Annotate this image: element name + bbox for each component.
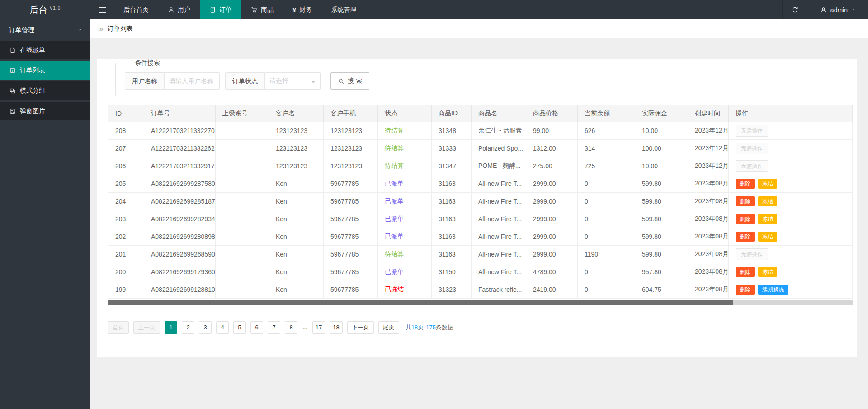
cell: All-new Fire T... [472, 228, 526, 246]
freeze-button[interactable]: 冻结 [758, 214, 777, 224]
cell: 604.75 [635, 281, 688, 299]
pagination-next-button[interactable]: 下一页 [347, 321, 374, 334]
nav-item-home[interactable]: 后台首页 [114, 0, 158, 19]
username-input[interactable] [165, 72, 220, 90]
cell: 2999.00 [526, 210, 578, 228]
cell: 204 [108, 193, 144, 210]
scrollbar-thumb[interactable] [108, 300, 733, 305]
sidebar-item-label: 弹窗图片 [20, 107, 45, 115]
delete-button[interactable]: 删除 [736, 179, 755, 189]
cell: 201 [108, 246, 144, 263]
top-bar: 后台 V1.0 后台首页用户订单商品¥财务系统管理 admin [0, 0, 868, 19]
breadcrumb-current: 订单列表 [108, 25, 133, 33]
list-icon [9, 67, 16, 74]
search-legend: 条件搜索 [130, 59, 165, 67]
unfreeze-button[interactable]: 续期解冻 [758, 285, 788, 295]
cell: Ken [269, 193, 324, 210]
column-header: 当前余额 [578, 105, 635, 122]
cell: A08221692699287580 [144, 175, 216, 193]
pagination-first-button: 首页 [108, 321, 129, 334]
table-row: 207A12221703211332262123123123123123123待… [108, 140, 853, 157]
sidebar-item-label: 订单列表 [20, 67, 45, 75]
pagination-page-button[interactable]: 8 [285, 321, 297, 334]
freeze-button[interactable]: 冻结 [758, 179, 777, 189]
cell: 199 [108, 281, 144, 299]
pagination-page-button[interactable]: 1 [165, 321, 177, 334]
table-row: 204A08221692699285187Ken59677785已派单31163… [108, 193, 853, 210]
sidebar-group-order-management[interactable]: 订单管理 [0, 19, 90, 41]
cell: A08221692699128810 [144, 281, 216, 299]
cell: 0 [578, 210, 635, 228]
pagination-page-button[interactable]: 17 [312, 321, 325, 334]
pagination-page-button[interactable]: 3 [199, 321, 212, 334]
horizontal-scrollbar[interactable] [108, 300, 853, 305]
top-right-controls: admin [782, 0, 868, 19]
nav-item-orders[interactable]: 订单 [200, 0, 241, 19]
pagination-pages: 12345678...1718 [165, 321, 343, 334]
table-row: 199A08221692699128810Ken59677785已冻结31323… [108, 281, 853, 299]
refresh-icon [791, 6, 799, 14]
cell: A08221692699285187 [144, 193, 216, 210]
file-icon [9, 47, 16, 53]
cell: 123123123 [324, 122, 378, 140]
delete-button[interactable]: 删除 [736, 285, 755, 295]
no-action-button: 无需操作 [736, 160, 768, 172]
pagination-page-button[interactable]: 7 [268, 321, 280, 334]
sidebar-item-label: 模式分组 [20, 87, 45, 95]
status-cell: 待结算 [378, 140, 432, 157]
pagination-page-button[interactable]: 5 [233, 321, 246, 334]
pagination-page-button[interactable]: 2 [182, 321, 194, 334]
nav-item-users[interactable]: 用户 [158, 0, 200, 19]
sidebar-toggle-icon[interactable] [90, 0, 114, 19]
cell: 275.00 [526, 157, 578, 175]
app-logo-text: 后台 [30, 4, 48, 16]
search-button[interactable]: 搜 索 [330, 72, 369, 90]
sidebar-item-online-dispatch[interactable]: 在线派单 [0, 41, 90, 59]
sidebar-item-order-list[interactable]: 订单列表 [0, 61, 90, 80]
cell: 2023年08月 [688, 246, 729, 263]
actions-cell: 删除冻结 [729, 193, 853, 210]
delete-button[interactable]: 删除 [736, 196, 755, 206]
pagination-page-button[interactable]: 6 [250, 321, 263, 334]
pagination-last-button[interactable]: 尾页 [378, 321, 399, 334]
column-header: 客户手机 [324, 105, 378, 122]
cell: 207 [108, 140, 144, 157]
table-row: 205A08221692699287580Ken59677785已派单31163… [108, 175, 853, 193]
cell: 123123123 [269, 157, 324, 175]
cell: 4789.00 [526, 263, 578, 281]
order-status-select[interactable]: 请选择 [265, 72, 321, 90]
refresh-button[interactable] [782, 0, 808, 19]
cell: 2023年08月 [688, 263, 729, 281]
user-menu[interactable]: admin [808, 0, 868, 19]
cell: A12221703211332917 [144, 157, 216, 175]
delete-button[interactable]: 删除 [736, 267, 755, 277]
sidebar-item-mode-group[interactable]: 模式分组 [0, 81, 90, 100]
column-header: 订单号 [144, 105, 216, 122]
sidebar-item-popup-image[interactable]: 弹窗图片 [0, 102, 90, 120]
delete-button[interactable]: 删除 [736, 232, 755, 242]
freeze-button[interactable]: 冻结 [758, 232, 777, 242]
pagination-page-button[interactable]: 4 [216, 321, 229, 334]
main-area: » 订单列表 条件搜索 用户名称 订单状态 请选择 搜 索 [90, 0, 868, 357]
cell: 59677785 [324, 175, 378, 193]
cell: Ken [269, 246, 324, 263]
cell: 2023年08月 [688, 210, 729, 228]
pagination-prev-button: 上一页 [133, 321, 160, 334]
app-version: V1.0 [50, 5, 61, 10]
username-label: 用户名称 [125, 72, 165, 90]
pagination-page-button[interactable]: 18 [330, 321, 342, 334]
delete-button[interactable]: 删除 [736, 214, 755, 224]
freeze-button[interactable]: 冻结 [758, 267, 777, 277]
status-badge: 待结算 [385, 162, 404, 169]
table-row: 201A08221692699268590Ken59677785待结算31163… [108, 246, 853, 263]
nav-item-system[interactable]: 系统管理 [321, 0, 366, 19]
cell: Ken [269, 175, 324, 193]
freeze-button[interactable]: 冻结 [758, 196, 777, 206]
pagination-ellipsis: ... [302, 321, 308, 334]
cell: 599.80 [635, 175, 688, 193]
cell: 0 [578, 263, 635, 281]
nav-item-finance[interactable]: ¥财务 [283, 0, 321, 19]
cell: 余仁生 - 活服素 [472, 122, 526, 140]
cell: 599.80 [635, 246, 688, 263]
nav-item-products[interactable]: 商品 [241, 0, 283, 19]
